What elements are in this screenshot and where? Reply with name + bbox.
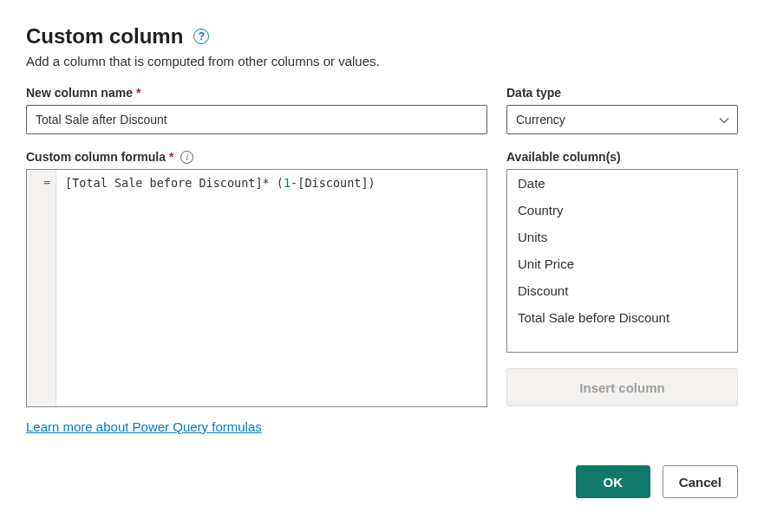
required-asterisk: * [136, 86, 140, 100]
ok-button[interactable]: OK [576, 465, 650, 498]
list-item[interactable]: Discount [507, 277, 737, 304]
available-columns-list[interactable]: Date Country Units Unit Price Discount T… [506, 169, 738, 353]
help-icon[interactable]: ? [193, 29, 209, 44]
list-item[interactable]: Unit Price [507, 250, 737, 277]
data-type-select[interactable]: Currency [506, 105, 738, 134]
formula-text[interactable]: [Total Sale before Discount]* (1-[Discou… [56, 170, 486, 406]
data-type-label: Data type [506, 86, 738, 100]
list-item[interactable]: Units [507, 224, 737, 250]
list-item[interactable]: Date [507, 170, 737, 197]
formula-gutter: = [27, 170, 56, 406]
required-asterisk: * [169, 150, 173, 164]
dialog-subtitle: Add a column that is computed from other… [26, 54, 738, 68]
available-columns-label: Available column(s) [506, 150, 738, 164]
list-item[interactable]: Total Sale before Discount [507, 304, 737, 331]
info-icon[interactable]: i [180, 151, 193, 164]
formula-label: Custom column formula * [26, 150, 173, 164]
column-name-label: New column name * [26, 86, 487, 100]
formula-editor[interactable]: = [Total Sale before Discount]* (1-[Disc… [26, 169, 487, 407]
cancel-button[interactable]: Cancel [663, 465, 738, 498]
list-item[interactable]: Country [507, 197, 737, 224]
column-name-input[interactable] [26, 105, 487, 134]
dialog-title: Custom column [26, 24, 183, 49]
insert-column-button: Insert column [506, 368, 738, 406]
learn-more-link[interactable]: Learn more about Power Query formulas [26, 419, 262, 434]
